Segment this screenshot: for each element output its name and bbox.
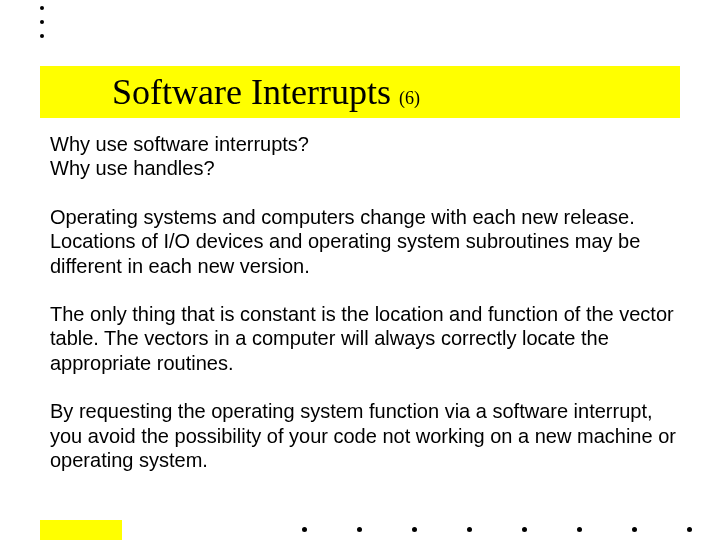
slide-title: Software Interrupts (6) (40, 71, 420, 113)
title-main: Software Interrupts (112, 71, 391, 113)
decor-dot (687, 527, 692, 532)
decor-dot (40, 20, 44, 24)
decor-dot (467, 527, 472, 532)
slide: Software Interrupts (6) Why use software… (0, 0, 720, 540)
title-bar: Software Interrupts (6) (40, 66, 680, 118)
bottom-decor-dots (302, 527, 692, 532)
decor-dot (357, 527, 362, 532)
paragraph-3: By requesting the operating system funct… (50, 399, 680, 472)
top-decor-dots (40, 6, 44, 38)
question-2: Why use handles? (50, 156, 680, 180)
decor-dot (302, 527, 307, 532)
bottom-accent-strip (40, 520, 122, 540)
question-1: Why use software interrupts? (50, 132, 680, 156)
decor-dot (577, 527, 582, 532)
decor-dot (40, 34, 44, 38)
decor-dot (522, 527, 527, 532)
paragraph-1: Operating systems and computers change w… (50, 205, 680, 278)
paragraph-2: The only thing that is constant is the l… (50, 302, 680, 375)
slide-body: Why use software interrupts? Why use han… (50, 132, 680, 472)
title-suffix: (6) (399, 88, 420, 109)
decor-dot (632, 527, 637, 532)
intro-questions: Why use software interrupts? Why use han… (50, 132, 680, 181)
decor-dot (412, 527, 417, 532)
decor-dot (40, 6, 44, 10)
